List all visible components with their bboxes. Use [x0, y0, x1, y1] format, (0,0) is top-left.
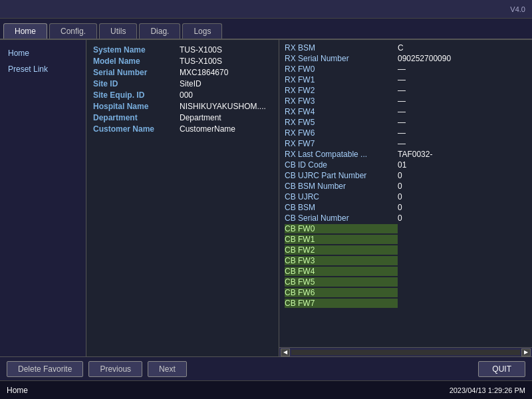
- data-row: RX FW4—: [285, 107, 529, 116]
- horizontal-scrollbar[interactable]: ◀ ▶: [279, 347, 532, 356]
- delete-favorite-button[interactable]: Delete Favorite: [7, 361, 83, 377]
- quit-button[interactable]: QUIT: [478, 361, 525, 377]
- data-value: —: [398, 118, 406, 127]
- info-label: Customer Name: [93, 124, 180, 134]
- datetime-label: 2023/04/13 1:29:26 PM: [450, 386, 525, 394]
- tab-home[interactable]: Home: [3, 23, 47, 39]
- info-label: Hospital Name: [93, 102, 180, 111]
- data-row: CB FW4: [285, 267, 529, 276]
- info-label: System Name: [93, 45, 180, 55]
- right-scroll-area[interactable]: RX BSMCRX Serial Number090252700090RX FW…: [279, 40, 532, 347]
- data-label: CB FW3: [285, 256, 398, 265]
- info-row: Model NameTUS-X100S: [93, 57, 272, 66]
- data-row: CB FW2: [285, 245, 529, 255]
- info-row: System NameTUS-X100S: [93, 45, 272, 55]
- data-label: CB BSM Number: [285, 182, 398, 191]
- data-row: CB BSM Number0: [285, 182, 529, 191]
- tab-config[interactable]: Config.: [49, 23, 97, 39]
- status-bar: Home 2023/04/13 1:29:26 PM: [0, 380, 532, 399]
- data-row: CB FW5: [285, 277, 529, 287]
- data-label: RX Last Compatable ...: [285, 150, 398, 159]
- data-row: CB FW7: [285, 299, 529, 308]
- data-row: CB UJRC0: [285, 192, 529, 201]
- info-value: TUS-X100S: [180, 45, 222, 55]
- data-row: RX BSMC: [285, 43, 529, 53]
- data-row: RX FW5—: [285, 118, 529, 127]
- info-value: MXC1864670: [180, 68, 228, 77]
- tab-logs[interactable]: Logs: [182, 23, 222, 39]
- data-value: —: [398, 107, 406, 116]
- previous-button[interactable]: Previous: [88, 361, 142, 377]
- breadcrumb: Home: [7, 386, 28, 395]
- data-label: CB UJRC Part Number: [285, 171, 398, 180]
- main-layout: HomePreset Link System NameTUS-X100SMode…: [0, 40, 532, 356]
- info-row: Site IDSiteID: [93, 79, 272, 88]
- info-row: DepartmentDepartment: [93, 113, 272, 122]
- data-value: —: [398, 65, 406, 74]
- data-value: —: [398, 75, 406, 84]
- sidebar-item-preset-link[interactable]: Preset Link: [0, 61, 86, 77]
- data-row: CB FW1: [285, 235, 529, 244]
- data-row: CB BSM0: [285, 203, 529, 212]
- data-value: 0: [398, 203, 402, 212]
- data-label: CB FW2: [285, 245, 398, 255]
- data-value: 0: [398, 192, 402, 201]
- data-value: —: [398, 86, 406, 95]
- data-label: CB UJRC: [285, 192, 398, 201]
- info-panel: System NameTUS-X100SModel NameTUS-X100SS…: [86, 40, 279, 356]
- content-area: System NameTUS-X100SModel NameTUS-X100SS…: [86, 40, 532, 356]
- data-row: CB FW6: [285, 288, 529, 297]
- data-label: RX BSM: [285, 43, 398, 53]
- scroll-right-btn[interactable]: ▶: [521, 348, 531, 356]
- data-label: CB FW5: [285, 277, 398, 287]
- bottom-bar: Delete Favorite Previous Next QUIT: [0, 356, 532, 380]
- data-row: RX FW2—: [285, 86, 529, 95]
- data-row: RX FW6—: [285, 128, 529, 138]
- sidebar-item-home[interactable]: Home: [0, 45, 86, 61]
- info-value: CustomerName: [180, 124, 235, 134]
- data-label: RX Serial Number: [285, 54, 398, 63]
- data-label: RX FW1: [285, 75, 398, 84]
- info-value: TUS-X100S: [180, 57, 222, 66]
- data-label: CB BSM: [285, 203, 398, 212]
- info-row: Site Equip. ID000: [93, 90, 272, 100]
- data-label: CB FW0: [285, 224, 398, 233]
- data-row: CB FW0: [285, 224, 529, 233]
- data-label: CB FW7: [285, 299, 398, 308]
- data-row: RX FW0—: [285, 65, 529, 74]
- data-label: RX FW3: [285, 96, 398, 106]
- info-value: 000: [180, 90, 193, 100]
- info-row: Serial NumberMXC1864670: [93, 68, 272, 77]
- scroll-left-btn[interactable]: ◀: [281, 348, 290, 356]
- version-label: V4.0: [510, 5, 525, 13]
- data-label: CB FW6: [285, 288, 398, 297]
- info-value: SiteID: [180, 79, 201, 88]
- tab-bar: HomeConfig.UtilsDiag.Logs: [0, 19, 532, 40]
- data-label: RX FW5: [285, 118, 398, 127]
- data-value: 01: [398, 160, 406, 170]
- data-value: 0: [398, 171, 402, 180]
- scroll-track: [291, 350, 520, 355]
- info-label: Site Equip. ID: [93, 90, 180, 100]
- data-label: RX FW2: [285, 86, 398, 95]
- data-row: CB FW3: [285, 256, 529, 265]
- data-row: RX FW7—: [285, 139, 529, 148]
- data-row: RX FW1—: [285, 75, 529, 84]
- data-value: —: [398, 128, 406, 138]
- info-label: Serial Number: [93, 68, 180, 77]
- data-row: RX Serial Number090252700090: [285, 54, 529, 63]
- info-row: Hospital NameNISHIKUYAKUSHOM....: [93, 102, 272, 111]
- data-label: RX FW4: [285, 107, 398, 116]
- data-label: RX FW6: [285, 128, 398, 138]
- info-row: Customer NameCustomerName: [93, 124, 272, 134]
- data-value: TAF0032-: [398, 150, 432, 159]
- data-row: CB ID Code01: [285, 160, 529, 170]
- data-label: RX FW0: [285, 65, 398, 74]
- data-value: —: [398, 96, 406, 106]
- info-value: NISHIKUYAKUSHOM....: [180, 102, 266, 111]
- tab-utils[interactable]: Utils: [99, 23, 137, 39]
- info-label: Site ID: [93, 79, 180, 88]
- tab-diag[interactable]: Diag.: [139, 23, 180, 39]
- data-label: CB Serial Number: [285, 213, 398, 223]
- next-button[interactable]: Next: [148, 361, 187, 377]
